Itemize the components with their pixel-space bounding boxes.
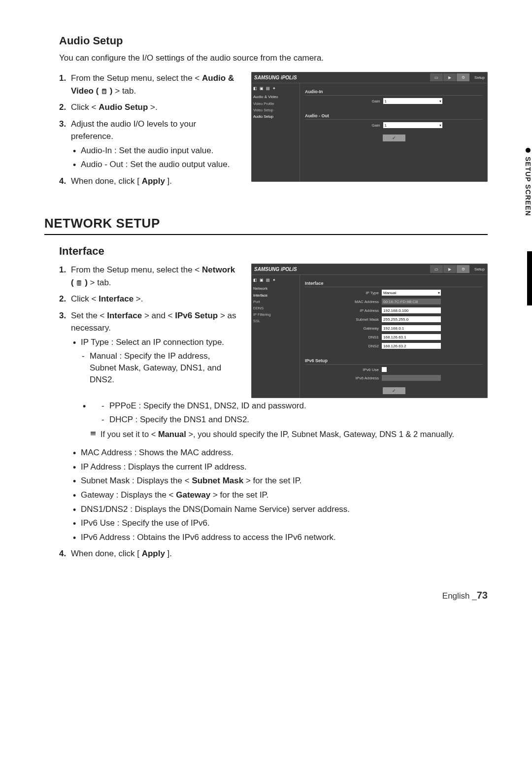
dash-dhcp: DHCP : Specify the DNS1 and DNS2. [100, 414, 488, 426]
side-category: Audio & Video [253, 94, 298, 100]
gain-label: Gain [346, 99, 380, 103]
apply-button[interactable]: ✓ [383, 387, 405, 394]
bullet-ipv6use: IPv6 Use : Specify the use of IPv6. [71, 517, 488, 530]
gain-in-select[interactable]: 1 [383, 98, 442, 104]
iptype-select[interactable]: Manual [382, 290, 441, 296]
dash-pppoe: PPPoE : Specify the DNS1, DNS2, ID and p… [100, 400, 488, 412]
net-step-3: 3. Set the < Interface > and < IPv6 Setu… [59, 309, 236, 386]
audio-step-1: 1. From the Setup menu, select the < Aud… [59, 72, 236, 97]
ip-field[interactable]: 192.168.0.100 [382, 307, 441, 313]
bullet-ipv6addr: IPv6 Address : Obtains the IPv6 address … [71, 532, 488, 544]
gateway-field[interactable]: 192.168.0.1 [382, 325, 441, 331]
nav-icon[interactable]: ▣ [260, 86, 264, 91]
gain-label: Gain [346, 123, 380, 128]
ui-tab-setup[interactable]: ⚙ [457, 73, 469, 81]
dns2-field[interactable]: 168.126.63.2 [382, 343, 441, 349]
side-item[interactable]: Video Profile [253, 101, 298, 106]
ipv6-use-checkbox[interactable] [382, 367, 387, 372]
dash-manual: Manual : Specify the IP address, Subnet … [81, 350, 236, 385]
nav-icon[interactable]: ◧ [253, 86, 257, 91]
bullet-ip: IP Address : Displays the current IP add… [71, 461, 488, 473]
ui-tab-monitor[interactable]: ▭ [430, 73, 443, 81]
ui-tab-play[interactable]: ▶ [443, 265, 456, 273]
nav-icon[interactable]: ✦ [272, 86, 276, 91]
bullet-mac: MAC Address : Shows the MAC address. [71, 447, 488, 459]
audio-step-3: 3. Adjust the audio I/O levels to your p… [59, 118, 236, 171]
network-section-heading: NETWORK SETUP [44, 216, 488, 235]
apply-button[interactable]: ✓ [383, 135, 405, 141]
net-step-1: 1. From the Setup menu, select the < Net… [59, 264, 236, 289]
bullet-gateway: Gateway : Displays the < Gateway > for t… [71, 489, 488, 502]
side-tab: SETUP SCREEN [524, 148, 532, 216]
audio-heading: Audio Setup [59, 34, 488, 47]
audio-bullet-in: Audio-In : Set the audio input value. [71, 145, 236, 157]
side-item[interactable]: Video Setup [253, 107, 298, 113]
nav-icon[interactable]: ◧ [253, 278, 257, 282]
network-tab-icon: ▤ [77, 280, 81, 286]
nav-icon[interactable]: ✦ [272, 278, 276, 282]
side-tab-dot [526, 148, 531, 153]
dns1-field[interactable]: 168.126.63.1 [382, 334, 441, 340]
audio-video-tab-icon: ◉ [102, 89, 106, 94]
audio-step-4: 4. When done, click [ Apply ]. [59, 175, 236, 188]
ipolis-logo: SAMSUNG iPOLiS [254, 267, 297, 272]
side-black-marker [527, 251, 532, 305]
group-ipv6: IPv6 Setup [305, 358, 483, 365]
side-tab-label: SETUP SCREEN [524, 157, 532, 216]
ipolis-logo: SAMSUNG iPOLiS [254, 75, 297, 80]
bullet-subnet: Subnet Mask : Displays the < Subnet Mask… [71, 475, 488, 487]
audio-bullet-out: Audio - Out : Set the audio output value… [71, 159, 236, 171]
page-footer: English _73 [44, 590, 488, 601]
ui-tab-play[interactable]: ▶ [443, 73, 456, 81]
bullet-iptype: IP Type : Select an IP connection type. … [71, 337, 236, 386]
gain-out-select[interactable]: 1 [383, 122, 442, 128]
ui-crumb: Setup [474, 267, 485, 271]
side-item[interactable]: IP Filtering [253, 312, 298, 317]
group-interface: Interface [305, 281, 483, 287]
mac-field: 00:16:7C:FD:9B:CB [382, 299, 441, 304]
mask-field[interactable]: 255.255.255.0 [382, 316, 441, 322]
audio-config-screenshot: SAMSUNG iPOLiS ▭ ▶ ⚙ Setup ◧ ▣ ▤ ✦ Audio [251, 72, 488, 182]
side-item[interactable]: Port [253, 299, 298, 304]
nav-icon[interactable]: ▤ [266, 278, 270, 282]
side-item[interactable]: DDNS [253, 305, 298, 311]
manual-note: If you set it to < Manual >, you should … [91, 429, 488, 440]
ui-crumb: Setup [474, 75, 485, 80]
side-category: Network [253, 285, 298, 292]
ui-tab-setup[interactable]: ⚙ [457, 265, 469, 273]
group-audio-out: Audio - Out [305, 113, 483, 120]
ipv6-addr-field [382, 375, 441, 381]
audio-intro: You can configure the I/O settings of th… [59, 53, 488, 63]
nav-icon[interactable]: ▤ [266, 86, 270, 91]
interface-heading: Interface [59, 245, 488, 258]
side-item[interactable]: Audio Setup [253, 114, 298, 119]
network-config-screenshot: SAMSUNG iPOLiS ▭ ▶ ⚙ Setup ◧ ▣ ▤ ✦ Netwo… [251, 264, 488, 398]
group-audio-in: Audio-In [305, 89, 483, 96]
net-step-2: 2. Click < Interface >. [59, 293, 236, 305]
ui-tab-monitor[interactable]: ▭ [430, 265, 443, 273]
audio-step-2: 2. Click < Audio Setup >. [59, 101, 236, 114]
side-item[interactable]: Interface [253, 293, 298, 298]
side-item[interactable]: SSL [253, 318, 298, 324]
net-step-4: 4. When done, click [ Apply ]. [59, 547, 488, 560]
bullet-dns: DNS1/DNS2 : Displays the DNS(Domain Name… [71, 504, 488, 516]
nav-icon[interactable]: ▣ [260, 278, 264, 282]
